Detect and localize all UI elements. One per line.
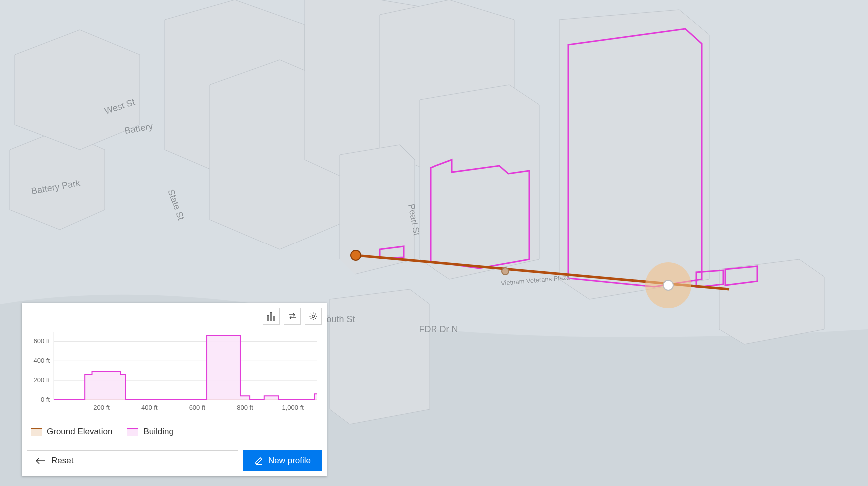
legend-building: Building [127, 427, 174, 437]
elevation-chart-svg: 0 ft200 ft400 ft600 ft200 ft400 ft600 ft… [29, 329, 320, 414]
gear-icon [309, 312, 318, 321]
reset-label: Reset [51, 456, 73, 466]
svg-text:400 ft: 400 ft [33, 357, 50, 364]
profile-vertex[interactable] [502, 268, 509, 275]
panel-footer: Reset New profile [22, 446, 327, 476]
svg-text:1,000 ft: 1,000 ft [282, 404, 304, 411]
panel-toolbar [22, 303, 327, 327]
svg-marker-10 [330, 289, 430, 424]
svg-text:200 ft: 200 ft [33, 376, 50, 384]
svg-rect-15 [270, 312, 272, 320]
svg-text:800 ft: 800 ft [237, 404, 253, 411]
legend-swatch-building [127, 428, 138, 436]
legend-ground-elevation: Ground Elevation [31, 427, 112, 437]
swap-icon [288, 312, 297, 321]
svg-point-17 [312, 315, 315, 318]
svg-text:600 ft: 600 ft [33, 337, 50, 345]
reset-button[interactable]: Reset [27, 450, 238, 471]
svg-text:0 ft: 0 ft [41, 396, 50, 403]
svg-text:200 ft: 200 ft [93, 404, 110, 411]
svg-marker-7 [559, 10, 709, 299]
svg-marker-11 [719, 259, 824, 344]
svg-rect-14 [267, 315, 269, 320]
svg-marker-8 [420, 85, 539, 279]
settings-button[interactable] [305, 308, 322, 325]
bar-chart-icon [267, 312, 276, 321]
arrow-left-icon [35, 457, 45, 464]
svg-marker-2 [15, 30, 140, 150]
stats-button[interactable] [263, 308, 280, 325]
new-profile-button[interactable]: New profile [243, 450, 322, 471]
svg-text:400 ft: 400 ft [141, 404, 158, 411]
legend-label-building: Building [143, 427, 174, 437]
pencil-icon [254, 456, 263, 465]
legend: Ground Elevation Building [22, 421, 327, 446]
legend-swatch-ground [31, 428, 42, 436]
svg-text:600 ft: 600 ft [189, 404, 206, 411]
elevation-chart[interactable]: 0 ft200 ft400 ft600 ft200 ft400 ft600 ft… [22, 327, 327, 421]
legend-label-ground: Ground Elevation [47, 427, 112, 437]
profile-vertex-active[interactable] [663, 280, 673, 290]
elevation-profile-panel: 0 ft200 ft400 ft600 ft200 ft400 ft600 ft… [22, 303, 327, 476]
swap-axes-button[interactable] [284, 308, 301, 325]
profile-vertex[interactable] [351, 250, 361, 260]
svg-rect-16 [273, 317, 275, 320]
new-profile-label: New profile [268, 456, 311, 466]
